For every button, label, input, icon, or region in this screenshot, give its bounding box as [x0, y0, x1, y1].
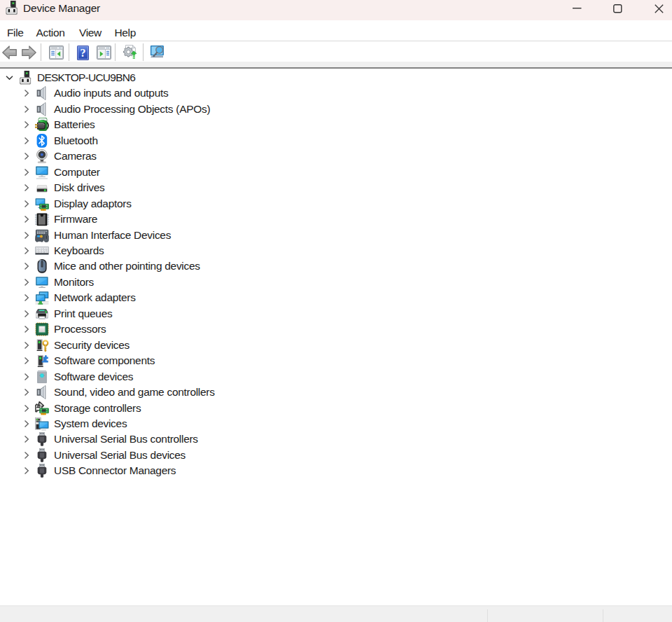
- svg-text:?: ?: [80, 46, 86, 58]
